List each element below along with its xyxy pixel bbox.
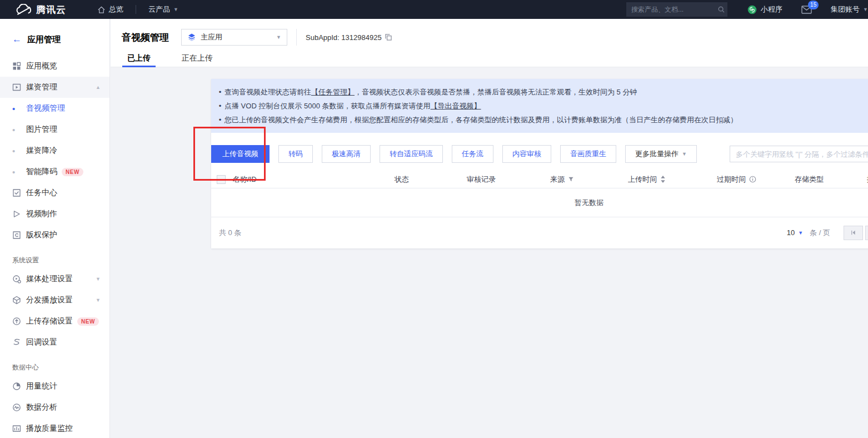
brand-text: 腾讯云 (36, 3, 66, 16)
tencent-cloud-logo[interactable]: 腾讯云 (16, 3, 66, 16)
notice-line: •您已上传的音视频文件会产生存储费用，根据您配置相应的存储类型后，各存储类型的统… (216, 113, 868, 127)
sidebar-item[interactable]: 用量统计 (0, 376, 109, 397)
nav-messages[interactable]: 15 (801, 6, 812, 14)
button-label: 任务流 (462, 149, 483, 159)
column-header: 上传时间 (628, 175, 717, 185)
sidebar-item-label: 应用概览 (26, 61, 57, 71)
bullet-icon: • (216, 113, 225, 127)
button-label: 上传音视频 (222, 149, 258, 159)
sidebar-item[interactable]: 应用概览 (0, 56, 109, 77)
task-icon (12, 188, 21, 197)
sidebar-subitem[interactable]: •智能降码NEW (0, 161, 109, 182)
sidebar-item-label: 播放质量监控 (26, 424, 73, 434)
sidebar-item[interactable]: 播放质量监控 (0, 418, 109, 438)
sidebar-item[interactable]: 视频制作 (0, 203, 109, 225)
sidebar-subitem-label: 智能降码 (26, 167, 57, 177)
upload-icon (12, 317, 21, 326)
sidebar-subitem-label: 图片管理 (26, 125, 57, 135)
toolbar: 上传音视频转码极速高清转自适应码流任务流内容审核音画质重生更多批量操作▼ (211, 145, 868, 163)
toolbar-button[interactable]: 内容审核 (502, 145, 551, 163)
sidebar-subitem[interactable]: •媒资降冷 (0, 140, 109, 161)
notice-text: 点播 VOD 控制台仅展示 5000 条数据，获取点播所有媒资请使用【导出音视频… (225, 99, 481, 113)
button-label: 转自适应码流 (390, 149, 433, 159)
app-selector-value: 主应用 (201, 32, 276, 42)
notice-text: 您已上传的音视频文件会产生存储费用，根据您配置相应的存储类型后，各存储类型的统计… (225, 113, 737, 127)
sidebar-item[interactable]: 分发播放设置▼ (0, 290, 109, 311)
play-icon (12, 210, 21, 218)
sidebar-item[interactable]: 媒体处理设置▼ (0, 268, 109, 290)
sidebar-item-label: 版权保护 (26, 230, 57, 240)
copy-icon[interactable] (385, 33, 392, 41)
pager-first-button[interactable] (844, 226, 863, 240)
notice-link[interactable]: 【任务管理】 (311, 88, 355, 96)
miniprogram-icon (747, 5, 757, 14)
upload-video-button[interactable]: 上传音视频 (211, 145, 270, 163)
column-header: 存储类型 (795, 175, 867, 185)
sidebar-item-label: 上传存储设置 (26, 316, 73, 326)
sidebar-item[interactable]: 版权保护 (0, 225, 109, 246)
toolbar-button[interactable]: 转自适应码流 (380, 145, 443, 163)
nav-account[interactable]: 集团账号 ▼ (831, 4, 868, 14)
page-size-selector[interactable]: 10 ▼ 条 / 页 (787, 228, 830, 238)
bullet-icon: • (12, 125, 26, 135)
button-label: 更多批量操作 (635, 149, 679, 159)
sidebar-item[interactable]: 媒资管理▲ (0, 77, 109, 98)
select-all-checkbox[interactable] (217, 175, 226, 184)
chevron-down-icon: ▼ (276, 34, 281, 40)
pager-prev-button[interactable] (865, 226, 868, 240)
column-label: 存储类型 (795, 175, 824, 185)
button-label: 音画质重生 (570, 149, 606, 159)
sidebar-section-label: 系统设置 (0, 246, 109, 268)
page-header: 音视频管理 主应用 ▼ SubAppId: 1312984925 已上传正在上传 (111, 19, 868, 67)
bullet-icon: • (216, 99, 225, 113)
sidebar-item[interactable]: 数据分析 (0, 397, 109, 418)
toolbar-button[interactable]: 转码 (278, 145, 313, 163)
pagination-bar: 共 0 条 10 ▼ 条 / 页 (211, 217, 868, 248)
home-icon (97, 6, 106, 14)
sidebar-item[interactable]: 任务中心 (0, 182, 109, 203)
pie-icon (12, 382, 21, 391)
topnav-search-input[interactable] (631, 6, 717, 13)
toolbar-button[interactable]: 任务流 (452, 145, 493, 163)
chevron-down-icon: ▼ (96, 297, 101, 303)
sidebar-back-button[interactable]: ← 应用管理 (0, 19, 109, 48)
filter-icon[interactable] (568, 176, 574, 182)
toolbar-button[interactable]: 更多批量操作▼ (625, 145, 697, 163)
nav-products[interactable]: 云产品 ▼ (148, 4, 178, 14)
nav-miniprogram[interactable]: 小程序 (747, 4, 782, 14)
cloud-logo-icon (16, 4, 31, 15)
tab-uploading[interactable]: 正在上传 (177, 49, 218, 67)
button-label: 极速高清 (332, 149, 361, 159)
sidebar-item[interactable]: 回调设置 (0, 332, 109, 353)
button-label: 转码 (288, 149, 303, 159)
sidebar-item-label: 回调设置 (26, 337, 57, 347)
info-icon[interactable] (749, 176, 756, 183)
column-label: 过期时间 (717, 175, 746, 185)
sidebar-subitem[interactable]: •图片管理 (0, 119, 109, 140)
search-icon[interactable] (717, 6, 725, 13)
media-icon (12, 83, 21, 92)
column-label: 上传时间 (628, 175, 657, 185)
page-size-value: 10 (787, 228, 795, 237)
app-selector-dropdown[interactable]: 主应用 ▼ (181, 29, 287, 46)
toolbar-button[interactable]: 音画质重生 (560, 145, 616, 163)
tab-uploaded[interactable]: 已上传 (122, 49, 156, 67)
topnav-search-box (626, 2, 727, 17)
sidebar-item[interactable]: 上传存储设置NEW (0, 311, 109, 332)
sort-icon[interactable] (660, 176, 666, 183)
keyword-filter-input[interactable] (730, 146, 868, 162)
notice-link[interactable]: 【导出音视频】 (431, 102, 481, 110)
bullet-icon: • (216, 85, 225, 99)
bullet-icon: • (12, 167, 26, 177)
nav-overview-label: 总览 (109, 4, 123, 14)
media-list-card: •查询音视频处理状态请前往【任务管理】，音视频状态仅表示音视频是否禁播，禁播后音… (211, 79, 868, 248)
toolbar-button[interactable]: 极速高清 (322, 145, 371, 163)
sidebar-subitem[interactable]: •音视频管理 (0, 98, 109, 119)
process-icon (12, 275, 21, 283)
sidebar-back-label: 应用管理 (27, 34, 61, 45)
nav-overview[interactable]: 总览 (97, 4, 123, 14)
copyright-icon (12, 231, 21, 240)
content-area: •查询音视频处理状态请前往【任务管理】，音视频状态仅表示音视频是否禁播，禁播后音… (111, 67, 868, 438)
column-header: 过期时间 (717, 175, 795, 185)
arrow-left-icon: ← (12, 34, 22, 45)
